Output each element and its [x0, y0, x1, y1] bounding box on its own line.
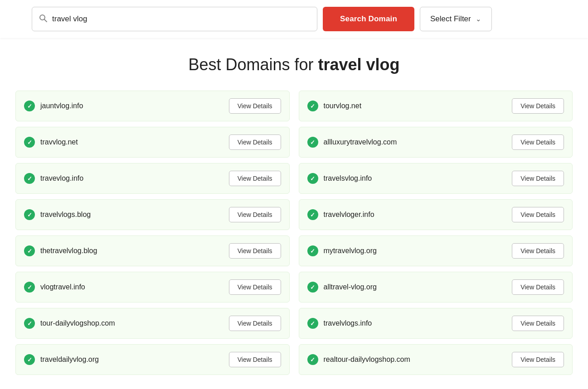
- domain-row: vlogtravel.info View Details: [15, 272, 290, 303]
- view-details-button[interactable]: View Details: [512, 98, 564, 114]
- domain-left: mytravelvlog.org: [307, 245, 377, 256]
- domain-row: travelsvlog.info View Details: [299, 163, 573, 194]
- check-icon: [307, 245, 318, 256]
- view-details-button[interactable]: View Details: [512, 352, 564, 367]
- domain-name: realtour-dailyvlogshop.com: [324, 355, 410, 364]
- top-bar: Search Domain Select Filter ⌄: [0, 0, 588, 38]
- page-title: Best Domains for travel vlog: [0, 55, 588, 74]
- view-details-button[interactable]: View Details: [512, 134, 564, 150]
- check-icon: [24, 137, 35, 148]
- view-details-button[interactable]: View Details: [229, 98, 281, 114]
- domain-left: alltravel-vlog.org: [307, 282, 377, 293]
- domain-name: tour-dailyvlogshop.com: [40, 319, 115, 327]
- domain-row: tour-dailyvlogshop.com View Details: [15, 308, 290, 339]
- domain-name: travelvlogs.info: [324, 319, 372, 327]
- domain-name: alltravel-vlog.org: [324, 283, 377, 291]
- check-icon: [307, 137, 318, 148]
- domain-name: travelvloger.info: [324, 211, 374, 219]
- domain-left: tour-dailyvlogshop.com: [24, 318, 115, 329]
- domain-row: mytravelvlog.org View Details: [299, 235, 573, 266]
- search-input[interactable]: [52, 14, 311, 24]
- domain-left: realtour-dailyvlogshop.com: [307, 354, 410, 365]
- domain-row: travevlog.info View Details: [15, 163, 290, 194]
- check-icon: [307, 282, 318, 293]
- view-details-button[interactable]: View Details: [229, 207, 281, 222]
- search-domain-button[interactable]: Search Domain: [323, 7, 414, 31]
- check-icon: [24, 101, 35, 111]
- domain-name: jauntvlog.info: [40, 102, 83, 110]
- domain-name: travelsvlog.info: [324, 174, 372, 182]
- domain-name: allluxurytravelvlog.com: [324, 138, 397, 146]
- search-icon: [39, 14, 48, 25]
- domain-name: travvlog.net: [40, 138, 78, 146]
- domain-left: jauntvlog.info: [24, 101, 83, 111]
- domain-left: travelsvlog.info: [307, 173, 372, 184]
- domain-name: traveldailyvlog.org: [40, 355, 99, 364]
- view-details-button[interactable]: View Details: [229, 134, 281, 150]
- domain-row: travelvlogs.blog View Details: [15, 199, 290, 230]
- check-icon: [307, 101, 318, 111]
- domain-name: travelvlogs.blog: [40, 211, 91, 219]
- domain-name: travevlog.info: [40, 174, 83, 182]
- domain-name: tourvlog.net: [324, 102, 362, 110]
- domain-row: tourvlog.net View Details: [299, 91, 573, 121]
- check-icon: [24, 245, 35, 256]
- domain-left: vlogtravel.info: [24, 282, 85, 293]
- domain-left: travelvloger.info: [307, 209, 374, 220]
- domain-row: travelvloger.info View Details: [299, 199, 573, 230]
- domain-row: allluxurytravelvlog.com View Details: [299, 127, 573, 158]
- domain-left: travelvlogs.info: [307, 318, 372, 329]
- domain-row: travelvlogs.info View Details: [299, 308, 573, 339]
- domain-left: traveldailyvlog.org: [24, 354, 99, 365]
- view-details-button[interactable]: View Details: [512, 279, 564, 295]
- domain-row: jauntvlog.info View Details: [15, 91, 290, 121]
- domain-name: thetravelvlog.blog: [40, 247, 97, 255]
- view-details-button[interactable]: View Details: [512, 316, 564, 331]
- check-icon: [24, 282, 35, 293]
- check-icon: [24, 173, 35, 184]
- view-details-button[interactable]: View Details: [512, 171, 564, 186]
- domain-row: traveldailyvlog.org View Details: [15, 344, 290, 375]
- chevron-down-icon: ⌄: [476, 15, 481, 23]
- search-wrapper: [32, 7, 317, 31]
- view-details-button[interactable]: View Details: [229, 352, 281, 367]
- domains-grid: jauntvlog.info View Details tourvlog.net…: [0, 88, 588, 378]
- check-icon: [307, 318, 318, 329]
- check-icon: [307, 209, 318, 220]
- domain-left: travvlog.net: [24, 137, 78, 148]
- domain-row: alltravel-vlog.org View Details: [299, 272, 573, 303]
- domain-name: vlogtravel.info: [40, 283, 85, 291]
- check-icon: [24, 209, 35, 220]
- view-details-button[interactable]: View Details: [512, 207, 564, 222]
- check-icon: [24, 354, 35, 365]
- domain-row: realtour-dailyvlogshop.com View Details: [299, 344, 573, 375]
- domain-row: thetravelvlog.blog View Details: [15, 235, 290, 266]
- select-filter-button[interactable]: Select Filter ⌄: [420, 7, 492, 31]
- domain-left: allluxurytravelvlog.com: [307, 137, 397, 148]
- svg-line-1: [44, 19, 47, 22]
- view-details-button[interactable]: View Details: [512, 243, 564, 259]
- view-details-button[interactable]: View Details: [229, 279, 281, 295]
- view-details-button[interactable]: View Details: [229, 171, 281, 186]
- check-icon: [307, 173, 318, 184]
- view-details-button[interactable]: View Details: [229, 243, 281, 259]
- domain-left: travelvlogs.blog: [24, 209, 91, 220]
- domain-left: thetravelvlog.blog: [24, 245, 97, 256]
- check-icon: [24, 318, 35, 329]
- view-details-button[interactable]: View Details: [229, 316, 281, 331]
- domain-left: tourvlog.net: [307, 101, 362, 111]
- check-icon: [307, 354, 318, 365]
- domain-name: mytravelvlog.org: [324, 247, 377, 255]
- domain-row: travvlog.net View Details: [15, 127, 290, 158]
- domain-left: travevlog.info: [24, 173, 83, 184]
